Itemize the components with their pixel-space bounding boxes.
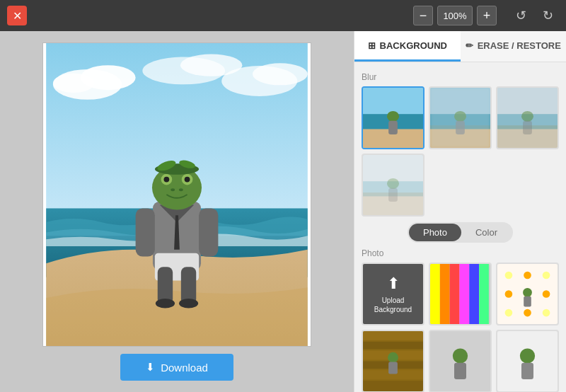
- svg-point-19: [179, 299, 198, 309]
- tab-background-label: BACKGROUND: [380, 40, 447, 51]
- svg-point-60: [543, 272, 550, 279]
- blur-thumb-1[interactable]: [362, 86, 424, 149]
- eraser-icon: ✏: [466, 40, 473, 51]
- zoom-out-button[interactable]: −: [413, 6, 433, 25]
- tab-erase-label: ERASE / RESTORE: [478, 40, 561, 51]
- svg-rect-53: [450, 264, 460, 324]
- svg-rect-75: [363, 381, 423, 391]
- svg-rect-77: [388, 362, 398, 374]
- svg-point-24: [185, 177, 190, 183]
- svg-rect-83: [521, 363, 533, 379]
- tab-erase-restore[interactable]: ✏ ERASE / RESTORE: [461, 31, 567, 62]
- svg-rect-54: [459, 264, 469, 324]
- photo-thumb-polka[interactable]: [496, 263, 559, 325]
- upload-icon: ⬆: [387, 275, 400, 293]
- svg-rect-34: [388, 121, 398, 134]
- svg-rect-14: [199, 208, 218, 256]
- svg-point-3: [53, 74, 94, 93]
- photo-color-toggle: Photo Color: [408, 222, 513, 243]
- svg-rect-45: [523, 121, 532, 134]
- svg-rect-71: [363, 342, 423, 350]
- svg-rect-40: [430, 88, 490, 148]
- toggle-color-button[interactable]: Color: [461, 224, 512, 241]
- svg-rect-52: [440, 264, 450, 324]
- tab-background[interactable]: ⊞ BACKGROUND: [354, 31, 461, 62]
- blur-thumbnails: [362, 86, 559, 217]
- upload-label: UploadBackground: [374, 296, 412, 314]
- svg-point-67: [523, 288, 532, 297]
- canvas-wrapper: [42, 42, 311, 347]
- redo-button[interactable]: ↻: [536, 4, 559, 27]
- blur-thumb-3[interactable]: [496, 86, 559, 149]
- svg-rect-13: [136, 208, 155, 256]
- download-label: Download: [161, 362, 208, 374]
- panel-tabs: ⊞ BACKGROUND ✏ ERASE / RESTORE: [354, 31, 566, 62]
- blur-thumb-2[interactable]: [429, 86, 492, 149]
- svg-point-66: [543, 309, 550, 317]
- svg-point-33: [387, 111, 399, 122]
- upload-background-button[interactable]: ⬆ UploadBackground: [362, 263, 424, 325]
- toggle-photo-button[interactable]: Photo: [409, 224, 461, 241]
- panel-content: Blur: [354, 62, 566, 392]
- undo-redo-controls: ↺ ↻: [509, 4, 559, 27]
- svg-rect-56: [479, 264, 489, 324]
- svg-point-23: [164, 177, 170, 183]
- close-button[interactable]: ✕: [7, 6, 27, 25]
- photo-thumb-white[interactable]: [496, 330, 559, 392]
- svg-point-79: [453, 348, 468, 363]
- svg-rect-51: [430, 264, 440, 324]
- zoom-value: 100%: [437, 6, 473, 25]
- blur-label: Blur: [362, 72, 559, 82]
- photo-thumb-stripes[interactable]: [429, 263, 492, 325]
- svg-point-18: [156, 299, 175, 309]
- canvas-area: ⬇ Download: [0, 31, 354, 392]
- download-button[interactable]: ⬇ Download: [120, 354, 233, 381]
- svg-point-49: [387, 178, 399, 189]
- svg-point-63: [543, 290, 550, 298]
- zoom-controls: − 100% +: [413, 6, 497, 25]
- svg-rect-50: [388, 188, 398, 202]
- layers-icon: ⊞: [368, 40, 376, 51]
- zoom-in-button[interactable]: +: [477, 6, 497, 25]
- svg-point-26: [179, 188, 183, 191]
- photo-section-label: Photo: [362, 248, 559, 258]
- svg-point-76: [388, 352, 398, 363]
- svg-rect-70: [363, 331, 423, 340]
- blur-thumb-4[interactable]: [362, 154, 424, 217]
- svg-point-64: [505, 309, 513, 317]
- svg-point-65: [524, 309, 531, 317]
- svg-rect-55: [469, 264, 479, 324]
- svg-point-7: [253, 63, 308, 85]
- photo-grid: ⬆ UploadBackground: [362, 263, 559, 392]
- download-icon: ⬇: [146, 361, 155, 374]
- svg-point-58: [505, 272, 513, 279]
- canvas-image: [43, 43, 311, 346]
- svg-point-59: [524, 272, 531, 279]
- svg-point-82: [520, 348, 535, 363]
- svg-point-61: [505, 290, 513, 298]
- photo-thumb-wood[interactable]: [362, 330, 424, 392]
- svg-point-25: [171, 188, 175, 191]
- svg-rect-68: [524, 296, 531, 307]
- undo-button[interactable]: ↺: [509, 4, 532, 27]
- svg-point-44: [521, 111, 533, 122]
- main-content: ⬇ Download ⊞ BACKGROUND ✏ ERASE / RESTOR…: [0, 31, 566, 392]
- photo-thumb-gray1[interactable]: [429, 330, 492, 392]
- toolbar: ✕ − 100% + ↺ ↻: [0, 0, 566, 31]
- right-panel: ⊞ BACKGROUND ✏ ERASE / RESTORE Blur: [354, 31, 566, 392]
- svg-rect-80: [454, 363, 466, 379]
